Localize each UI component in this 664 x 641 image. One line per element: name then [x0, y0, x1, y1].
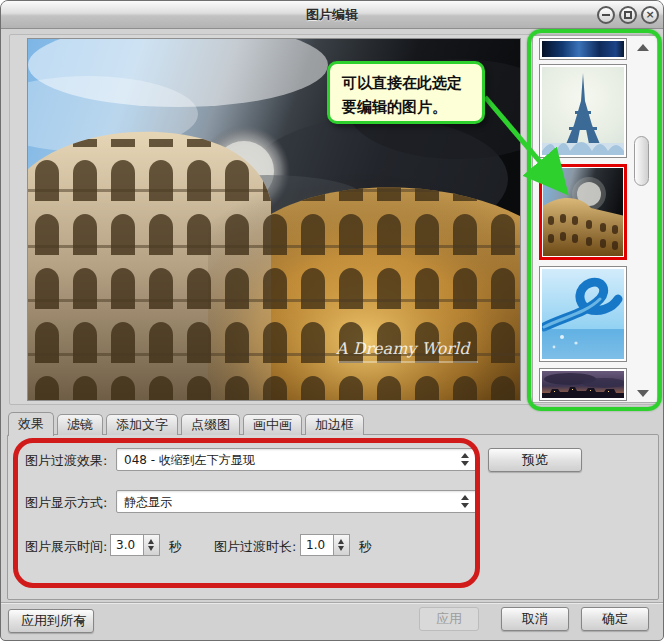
spin-down-icon	[338, 546, 344, 551]
close-button[interactable]: ×	[641, 6, 659, 24]
maximize-icon	[624, 11, 632, 19]
wave-art	[542, 269, 624, 359]
transition-effect-value: 048 - 收缩到左下方显现	[124, 449, 255, 471]
tab-filters[interactable]: 滤镜	[57, 414, 103, 435]
tab-border[interactable]: 加边框	[305, 414, 364, 435]
show-duration-label: 图片展示时间:	[25, 538, 107, 556]
image-edit-dialog: 图片编辑 ×	[0, 0, 664, 641]
display-mode-label: 图片显示方式:	[25, 494, 107, 512]
maximize-button[interactable]	[619, 6, 637, 24]
apply-to-all-button[interactable]: 应用到所有	[8, 609, 94, 633]
display-mode-value: 静态显示	[124, 491, 172, 513]
scrollbar-thumb[interactable]	[634, 136, 649, 186]
transition-time-input[interactable]: 1.0	[300, 534, 334, 556]
display-mode-select[interactable]: 静态显示	[116, 490, 477, 513]
colosseum-thumb-art	[543, 168, 623, 256]
spin-down-icon	[148, 546, 154, 551]
combo-spinner-icon	[461, 453, 470, 466]
photo-watermark: A Dreamy World	[335, 339, 471, 358]
tab-add-text[interactable]: 添加文字	[106, 414, 178, 435]
tab-decoration[interactable]: 点缀图	[181, 414, 240, 435]
tutorial-callout: 可以直接在此选定 要编辑的图片。	[327, 61, 485, 124]
thumbnail-eiffel-tower[interactable]	[539, 64, 627, 158]
show-duration-unit: 秒	[169, 538, 182, 556]
show-duration-input[interactable]: 3.0	[110, 534, 144, 556]
dialog-title: 图片编辑	[1, 1, 663, 29]
thumbnail-list	[532, 35, 658, 403]
combo-spinner-icon	[461, 495, 470, 508]
transition-effect-select[interactable]: 048 - 收缩到左下方显现	[116, 448, 477, 471]
minimize-icon	[602, 14, 610, 16]
ok-button[interactable]: 确定	[581, 607, 649, 631]
transition-time-label: 图片过渡时长:	[214, 538, 296, 556]
thumbnail-night-harbor[interactable]	[539, 38, 627, 60]
callout-line1: 可以直接在此选定	[342, 71, 482, 95]
thumbnail-colosseum[interactable]	[539, 164, 627, 260]
minimize-button[interactable]	[597, 6, 615, 24]
eiffel-tower-art	[542, 67, 624, 155]
thumbnail-city-sunset[interactable]	[539, 368, 627, 401]
tab-strip: 效果滤镜添加文字点缀图画中画加边框	[8, 411, 367, 434]
show-duration-value: 3.0	[116, 535, 135, 556]
transition-time-unit: 秒	[359, 538, 372, 556]
scroll-up-icon[interactable]	[637, 44, 649, 51]
thumbnail-water-wave[interactable]	[539, 266, 627, 362]
transition-time-value: 1.0	[306, 535, 325, 556]
spin-up-icon	[148, 539, 154, 544]
dropdown-arrow-icon	[77, 620, 85, 625]
preview-button[interactable]: 预览	[488, 448, 582, 472]
city-sunset-art	[542, 371, 624, 398]
tab-pip[interactable]: 画中画	[243, 414, 302, 435]
apply-button[interactable]: 应用	[419, 607, 479, 631]
callout-line2: 要编辑的图片。	[342, 95, 482, 119]
title-bar: 图片编辑 ×	[1, 1, 663, 29]
close-icon: ×	[643, 8, 657, 22]
transition-effect-label: 图片过渡效果:	[25, 452, 107, 470]
tab-effects[interactable]: 效果	[8, 412, 54, 436]
footer-divider	[1, 602, 663, 604]
transition-time-stepper[interactable]	[334, 534, 350, 556]
cancel-button[interactable]: 取消	[501, 607, 569, 631]
scroll-down-icon[interactable]	[637, 390, 649, 397]
show-duration-stepper[interactable]	[144, 534, 160, 556]
spin-up-icon	[338, 539, 344, 544]
